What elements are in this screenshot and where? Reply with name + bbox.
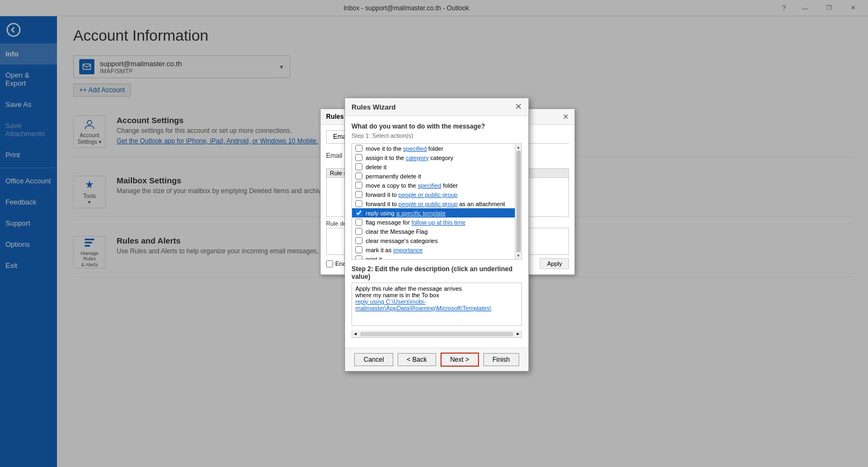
wizard-question: What do you want to do with the message? bbox=[352, 123, 522, 130]
hscroll-right[interactable]: ► bbox=[515, 331, 521, 336]
action-forward-attachment[interactable]: forward it to people or public group as … bbox=[352, 199, 515, 208]
category-link[interactable]: category bbox=[406, 155, 429, 161]
rule-description-box: Apply this rule after the message arrive… bbox=[352, 283, 522, 326]
rule-desc-hscrollbar[interactable]: ◄ ► bbox=[352, 330, 522, 338]
finish-button[interactable]: Finish bbox=[483, 353, 519, 366]
cancel-button[interactable]: Cancel bbox=[354, 353, 393, 366]
action-delete-cb[interactable] bbox=[355, 163, 362, 170]
rules-bg-close-button[interactable]: ✕ bbox=[563, 112, 569, 121]
rule-desc-line1: Apply this rule after the message arrive… bbox=[355, 285, 518, 292]
action-perm-delete-cb[interactable] bbox=[355, 172, 362, 180]
action-forward-attachment-cb[interactable] bbox=[355, 200, 362, 207]
action-flag-followup-cb[interactable] bbox=[355, 219, 362, 226]
action-clear-flag[interactable]: clear the Message Flag bbox=[352, 227, 515, 236]
action-mark-importance-cb[interactable] bbox=[355, 246, 362, 253]
action-mark-importance[interactable]: mark it as importance bbox=[352, 245, 515, 254]
actions-container: move it to the specified folder assign i… bbox=[352, 143, 522, 260]
hscroll-thumb[interactable] bbox=[360, 332, 513, 336]
action-clear-categories-cb[interactable] bbox=[355, 237, 362, 244]
action-move-copy-cb[interactable] bbox=[355, 182, 362, 189]
wizard-step1-label: Step 1: Select action(s) bbox=[352, 132, 522, 139]
importance-link[interactable]: importance bbox=[393, 247, 423, 253]
action-delete[interactable]: delete it bbox=[352, 162, 515, 171]
action-move-folder-cb[interactable] bbox=[355, 145, 362, 152]
wizard-footer: Cancel < Back Next > Finish bbox=[345, 348, 528, 371]
followup-link[interactable]: follow up at this time bbox=[411, 219, 465, 226]
rules-wizard-dialog: Rules Wizard ✕ What do you want to do wi… bbox=[344, 98, 529, 372]
people-group2-link[interactable]: people or public group bbox=[399, 201, 458, 207]
action-clear-flag-cb[interactable] bbox=[355, 228, 362, 235]
action-move-copy[interactable]: move a copy to the specified folder bbox=[352, 181, 515, 190]
enable-checkbox[interactable] bbox=[326, 260, 333, 267]
action-print[interactable]: print it bbox=[352, 254, 515, 259]
action-perm-delete[interactable]: permanently delete it bbox=[352, 171, 515, 181]
action-assign-category[interactable]: assign it to the category category bbox=[352, 153, 515, 162]
action-forward-people[interactable]: forward it to people or public group bbox=[352, 190, 515, 199]
next-button[interactable]: Next > bbox=[441, 353, 479, 367]
wizard-body: What do you want to do with the message?… bbox=[345, 116, 528, 348]
action-reply-template[interactable]: reply using a specific template bbox=[352, 208, 515, 217]
action-forward-people-cb[interactable] bbox=[355, 191, 362, 198]
wizard-title: Rules Wizard bbox=[352, 103, 396, 111]
action-reply-template-cb[interactable] bbox=[355, 209, 362, 216]
back-button[interactable]: < Back bbox=[398, 353, 436, 366]
action-flag-followup[interactable]: flag message for follow up at this time bbox=[352, 217, 515, 227]
action-assign-category-cb[interactable] bbox=[355, 154, 362, 161]
rule-desc-line3[interactable]: reply using C:\Users\mobi-mailmaster\App… bbox=[355, 298, 518, 311]
action-move-folder[interactable]: move it to the specified folder bbox=[352, 144, 515, 153]
action-print-cb[interactable] bbox=[355, 255, 362, 259]
actions-scroll-up[interactable]: ▲ bbox=[516, 145, 521, 150]
rules-apply-button[interactable]: Apply bbox=[540, 258, 569, 269]
actions-scroll-thumb[interactable] bbox=[516, 151, 521, 252]
people-group-link[interactable]: people or public group bbox=[399, 191, 458, 198]
actions-scrollbar[interactable]: ▲ ▼ bbox=[515, 144, 521, 259]
actions-scroll-down[interactable]: ▼ bbox=[516, 253, 521, 258]
action-clear-categories[interactable]: clear message's categories bbox=[352, 236, 515, 245]
specific-template-link[interactable]: a specific template bbox=[396, 210, 445, 216]
specified-folder2-link[interactable]: specified bbox=[418, 182, 441, 189]
rule-desc-line2: where my name is in the To box bbox=[355, 292, 518, 298]
wizard-header: Rules Wizard ✕ bbox=[345, 98, 528, 116]
actions-scroll-list[interactable]: move it to the specified folder assign i… bbox=[352, 144, 515, 259]
wizard-close-button[interactable]: ✕ bbox=[515, 103, 522, 111]
specified-folder-link[interactable]: specified bbox=[403, 145, 426, 152]
wizard-step2-label: Step 2: Edit the rule description (click… bbox=[352, 265, 522, 280]
hscroll-left[interactable]: ◄ bbox=[352, 331, 359, 336]
